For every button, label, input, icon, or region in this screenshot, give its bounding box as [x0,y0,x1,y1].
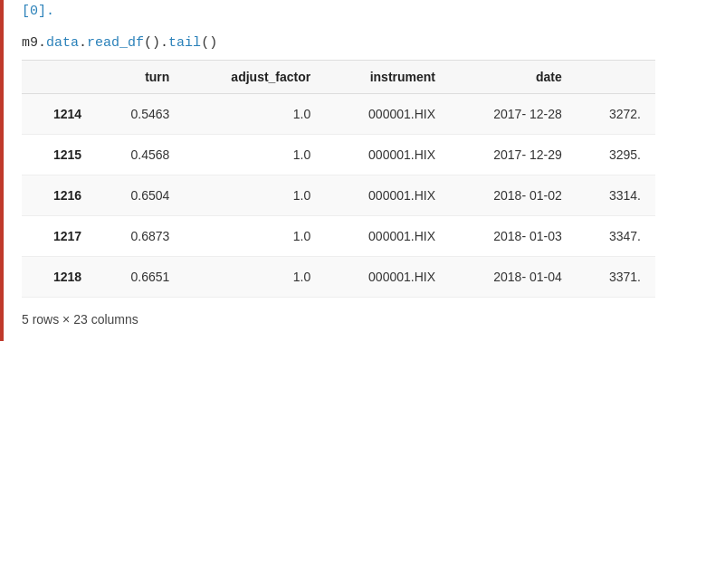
code-paren1: () [144,35,160,51]
table-row: 12140.54631.0000001.HIX2017- 12-283272. [22,94,655,135]
col-header-turn: turn [96,61,184,94]
turn-cell: 0.6504 [96,175,184,216]
code-method-data: data [46,35,79,51]
instrument-cell: 000001.HIX [325,175,450,216]
code-paren2: () [201,35,217,51]
date-cell: 2017- 12-28 [450,94,577,135]
date-cell: 2018- 01-02 [450,175,577,216]
date-cell: 2017- 12-29 [450,135,577,175]
notebook-cell: [0]. m9.data.read_df().tail() turn adjus… [0,0,706,341]
turn-cell: 0.6873 [96,216,184,257]
adjust-factor-cell: 1.0 [184,94,325,135]
table-row: 12180.66511.0000001.HIX2018- 01-043371. [22,257,655,298]
instrument-cell: 000001.HIX [325,135,450,175]
code-area: m9.data.read_df().tail() [4,26,706,60]
col-header-date: date [450,61,577,94]
extra-cell: 3314. [577,175,655,216]
date-cell: 2018- 01-03 [450,216,577,257]
code-obj: m9 [22,35,38,51]
col-header-index [22,61,96,94]
instrument-cell: 000001.HIX [325,216,450,257]
output-area: turn adjust_factor instrument date 12140… [4,60,706,298]
index-cell: 1215 [22,135,96,175]
col-header-instrument: instrument [325,61,450,94]
date-cell: 2018- 01-04 [450,257,577,298]
table-header-row: turn adjust_factor instrument date [22,61,655,94]
table-row: 12150.45681.0000001.HIX2017- 12-293295. [22,135,655,175]
extra-cell: 3272. [577,94,655,135]
table-row: 12160.65041.0000001.HIX2018- 01-023314. [22,175,655,216]
instrument-cell: 000001.HIX [325,257,450,298]
dataframe-table: turn adjust_factor instrument date 12140… [22,60,655,298]
top-partial-text: [0]. [22,4,54,19]
instrument-cell: 000001.HIX [325,94,450,135]
turn-cell: 0.4568 [96,135,184,175]
index-cell: 1217 [22,216,96,257]
extra-cell: 3371. [577,257,655,298]
extra-cell: 3347. [577,216,655,257]
col-header-extra [577,61,655,94]
adjust-factor-cell: 1.0 [184,216,325,257]
code-dot2: . [79,35,87,51]
table-row: 12170.68731.0000001.HIX2018- 01-033347. [22,216,655,257]
adjust-factor-cell: 1.0 [184,175,325,216]
adjust-factor-cell: 1.0 [184,135,325,175]
code-method-tail: tail [168,35,201,51]
footer-label: 5 rows × 23 columns [22,312,138,327]
col-header-adjust-factor: adjust_factor [184,61,325,94]
index-cell: 1218 [22,257,96,298]
index-cell: 1214 [22,94,96,135]
turn-cell: 0.6651 [96,257,184,298]
code-dot1: . [38,35,46,51]
dataframe-container: turn adjust_factor instrument date 12140… [4,60,706,298]
index-cell: 1216 [22,175,96,216]
code-method-read-df: read_df [87,35,144,51]
extra-cell: 3295. [577,135,655,175]
adjust-factor-cell: 1.0 [184,257,325,298]
top-partial-line: [0]. [4,0,706,26]
code-dot3: . [160,35,168,51]
turn-cell: 0.5463 [96,94,184,135]
footer-text: 5 rows × 23 columns [4,298,706,341]
